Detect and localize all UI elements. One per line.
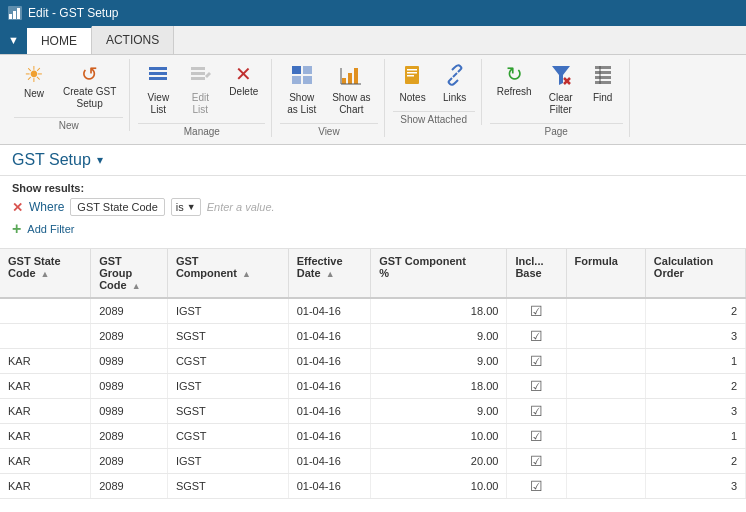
remove-filter-button[interactable]: ✕ bbox=[12, 200, 23, 215]
svg-rect-31 bbox=[595, 81, 611, 84]
cell-component: IGST bbox=[167, 449, 288, 474]
svg-rect-6 bbox=[149, 77, 167, 80]
cell-group-code: 0989 bbox=[91, 349, 168, 374]
tab-home[interactable]: HOME bbox=[27, 26, 92, 54]
table-row[interactable]: KAR 0989 IGST 01-04-16 18.00 ☑ 2 bbox=[0, 374, 746, 399]
col-incl-base[interactable]: Incl...Base bbox=[507, 249, 566, 298]
checkbox-checked: ☑ bbox=[530, 453, 543, 469]
col-calculation-order[interactable]: CalculationOrder bbox=[645, 249, 745, 298]
col-effective-date[interactable]: EffectiveDate ▲ bbox=[288, 249, 370, 298]
svg-rect-5 bbox=[149, 72, 167, 75]
cell-pct: 18.00 bbox=[371, 298, 507, 324]
table-row[interactable]: 2089 IGST 01-04-16 18.00 ☑ 2 bbox=[0, 298, 746, 324]
cell-pct: 10.00 bbox=[371, 424, 507, 449]
cell-component: SGST bbox=[167, 399, 288, 424]
svg-rect-13 bbox=[292, 76, 301, 84]
table-row[interactable]: KAR 2089 SGST 01-04-16 10.00 ☑ 3 bbox=[0, 474, 746, 499]
svg-marker-10 bbox=[205, 72, 211, 78]
svg-rect-3 bbox=[17, 8, 20, 19]
col-gst-component[interactable]: GSTComponent ▲ bbox=[167, 249, 288, 298]
cell-component: SGST bbox=[167, 474, 288, 499]
view-list-icon bbox=[147, 64, 169, 90]
checkbox-checked: ☑ bbox=[530, 303, 543, 319]
cell-component: SGST bbox=[167, 324, 288, 349]
nav-dropdown-arrow[interactable]: ▼ bbox=[0, 26, 27, 54]
table-row[interactable]: KAR 0989 SGST 01-04-16 9.00 ☑ 3 bbox=[0, 399, 746, 424]
filter-where-label[interactable]: Where bbox=[29, 200, 64, 214]
add-filter-button[interactable]: Add Filter bbox=[27, 223, 74, 235]
cell-formula bbox=[566, 424, 645, 449]
show-chart-button[interactable]: Show asChart bbox=[325, 59, 377, 121]
cell-formula bbox=[566, 449, 645, 474]
cell-state-code bbox=[0, 298, 91, 324]
svg-rect-16 bbox=[348, 73, 352, 84]
clear-filter-button[interactable]: ClearFilter bbox=[541, 59, 581, 121]
cell-effective-date: 01-04-16 bbox=[288, 324, 370, 349]
title-bar: Edit - GST Setup bbox=[0, 0, 746, 26]
filter-value-input[interactable]: Enter a value. bbox=[207, 201, 275, 213]
checkbox-checked: ☑ bbox=[530, 353, 543, 369]
cell-formula bbox=[566, 374, 645, 399]
filter-row: ✕ Where GST State Code is ▼ Enter a valu… bbox=[12, 198, 734, 216]
view-list-button[interactable]: ViewList bbox=[138, 59, 178, 121]
cell-formula bbox=[566, 349, 645, 374]
cell-group-code: 2089 bbox=[91, 474, 168, 499]
checkbox-checked: ☑ bbox=[530, 328, 543, 344]
cell-calc-order: 1 bbox=[645, 424, 745, 449]
delete-icon: ✕ bbox=[235, 64, 252, 84]
table-row[interactable]: KAR 0989 CGST 01-04-16 9.00 ☑ 1 bbox=[0, 349, 746, 374]
cell-state-code bbox=[0, 324, 91, 349]
delete-button[interactable]: ✕ Delete bbox=[222, 59, 265, 103]
find-button[interactable]: Find bbox=[583, 59, 623, 109]
svg-rect-9 bbox=[191, 77, 205, 80]
create-gst-setup-button[interactable]: ↺ Create GSTSetup bbox=[56, 59, 123, 115]
cell-effective-date: 01-04-16 bbox=[288, 349, 370, 374]
show-list-button[interactable]: Showas List bbox=[280, 59, 323, 121]
svg-rect-28 bbox=[595, 66, 611, 69]
cell-incl-base: ☑ bbox=[507, 349, 566, 374]
checkbox-checked: ☑ bbox=[530, 478, 543, 494]
cell-effective-date: 01-04-16 bbox=[288, 449, 370, 474]
edit-list-button[interactable]: EditList bbox=[180, 59, 220, 121]
col-gst-state-code[interactable]: GST StateCode ▲ bbox=[0, 249, 91, 298]
links-button[interactable]: Links bbox=[435, 59, 475, 109]
cell-group-code: 2089 bbox=[91, 424, 168, 449]
cell-effective-date: 01-04-16 bbox=[288, 424, 370, 449]
refresh-icon: ↻ bbox=[506, 64, 523, 84]
table-row[interactable]: 2089 SGST 01-04-16 9.00 ☑ 3 bbox=[0, 324, 746, 349]
cell-calc-order: 2 bbox=[645, 449, 745, 474]
new-button[interactable]: ☀ New bbox=[14, 59, 54, 105]
table-row[interactable]: KAR 2089 IGST 01-04-16 20.00 ☑ 2 bbox=[0, 449, 746, 474]
cell-state-code: KAR bbox=[0, 374, 91, 399]
clear-filter-icon bbox=[550, 64, 572, 90]
ribbon: ☀ New ↺ Create GSTSetup New ViewList bbox=[0, 55, 746, 145]
svg-rect-14 bbox=[303, 76, 312, 84]
filter-operator-dropdown[interactable]: is ▼ bbox=[171, 198, 201, 216]
cell-effective-date: 01-04-16 bbox=[288, 298, 370, 324]
svg-rect-4 bbox=[149, 67, 167, 70]
svg-rect-11 bbox=[292, 66, 301, 74]
page-title-dropdown[interactable]: ▾ bbox=[97, 153, 103, 167]
col-gst-component-pct[interactable]: GST Component% bbox=[371, 249, 507, 298]
edit-list-icon bbox=[189, 64, 211, 90]
cell-incl-base: ☑ bbox=[507, 474, 566, 499]
cell-calc-order: 2 bbox=[645, 374, 745, 399]
cell-calc-order: 1 bbox=[645, 349, 745, 374]
tab-actions[interactable]: ACTIONS bbox=[92, 26, 174, 54]
col-formula[interactable]: Formula bbox=[566, 249, 645, 298]
col-gst-group-code[interactable]: GSTGroupCode ▲ bbox=[91, 249, 168, 298]
cell-incl-base: ☑ bbox=[507, 374, 566, 399]
ribbon-group-show-attached: Notes Links Show Attached bbox=[387, 59, 482, 125]
cell-state-code: KAR bbox=[0, 449, 91, 474]
table-row[interactable]: KAR 2089 CGST 01-04-16 10.00 ☑ 1 bbox=[0, 424, 746, 449]
show-chart-icon bbox=[340, 64, 362, 90]
links-icon bbox=[444, 64, 466, 90]
notes-button[interactable]: Notes bbox=[393, 59, 433, 109]
cell-group-code: 2089 bbox=[91, 298, 168, 324]
filter-field-selector[interactable]: GST State Code bbox=[70, 198, 165, 216]
refresh-button[interactable]: ↻ Refresh bbox=[490, 59, 539, 103]
ribbon-group-manage: ViewList EditList ✕ Delete Manage bbox=[132, 59, 272, 137]
svg-rect-29 bbox=[595, 71, 611, 74]
cell-group-code: 2089 bbox=[91, 449, 168, 474]
page-title-bar: GST Setup ▾ bbox=[0, 145, 746, 176]
